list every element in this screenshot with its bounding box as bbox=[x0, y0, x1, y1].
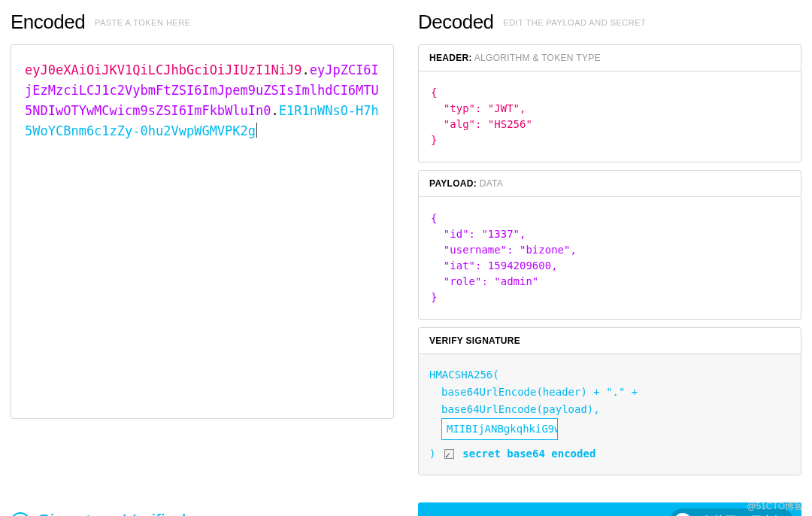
encoded-title: Encoded PASTE A TOKEN HERE bbox=[11, 11, 394, 34]
verify-line-2: base64UrlEncode(header) + "." + bbox=[429, 384, 790, 401]
payload-label-light: DATA bbox=[480, 178, 503, 189]
secret-base64-label: secret base64 encoded bbox=[462, 448, 595, 460]
decoded-column: Decoded EDIT THE PAYLOAD AND SECRET HEAD… bbox=[418, 11, 801, 475]
verify-box: VERIFY SIGNATURE HMACSHA256( base64UrlEn… bbox=[418, 327, 801, 475]
header-code-editor[interactable]: { "typ": "JWT", "alg": "HS256" } bbox=[419, 71, 801, 162]
decoded-title-text: Decoded bbox=[418, 11, 494, 33]
header-label: HEADER: ALGORITHM & TOKEN TYPE bbox=[419, 45, 801, 71]
payload-label-strong: PAYLOAD: bbox=[429, 178, 477, 189]
header-label-strong: HEADER: bbox=[429, 53, 472, 63]
payload-code-editor[interactable]: { "id": "1337", "username": "bizone", "i… bbox=[419, 197, 801, 319]
decoded-subtitle: EDIT THE PAYLOAD AND SECRET bbox=[503, 18, 646, 27]
payload-box: PAYLOAD: DATA { "id": "1337", "username"… bbox=[418, 170, 801, 320]
verify-close-paren: ) secret base64 encoded bbox=[429, 448, 595, 460]
main-columns: Encoded PASTE A TOKEN HERE eyJ0eXAiOiJKV… bbox=[0, 0, 812, 486]
header-label-light: ALGORITHM & TOKEN TYPE bbox=[474, 53, 601, 63]
check-circle-icon bbox=[11, 512, 30, 517]
secret-input[interactable]: MIIBIjANBgkqhkiG9w0BA bbox=[441, 418, 558, 440]
share-jwt-button[interactable]: SHARE JWT 全菜工程师小辉 bbox=[418, 502, 801, 516]
footer-row: Signature Verified SHARE JWT 全菜工程师小辉 bbox=[0, 502, 812, 516]
encoded-token-input[interactable]: eyJ0eXAiOiJKV1QiLCJhbGciOiJIUzI1NiJ9.eyJ… bbox=[11, 44, 394, 419]
token-header-segment: eyJ0eXAiOiJKV1QiLCJhbGciOiJIUzI1NiJ9 bbox=[25, 62, 301, 77]
secret-base64-checkbox[interactable] bbox=[444, 449, 454, 459]
verify-line-3: base64UrlEncode(payload), bbox=[429, 401, 790, 418]
encoded-subtitle: PASTE A TOKEN HERE bbox=[95, 18, 191, 27]
payload-label: PAYLOAD: DATA bbox=[419, 171, 801, 197]
token-dot: . bbox=[271, 103, 279, 118]
text-cursor bbox=[256, 123, 257, 138]
encoded-column: Encoded PASTE A TOKEN HERE eyJ0eXAiOiJKV… bbox=[11, 11, 394, 475]
header-box: HEADER: ALGORITHM & TOKEN TYPE { "typ": … bbox=[418, 44, 801, 162]
verify-label: VERIFY SIGNATURE bbox=[419, 328, 801, 354]
watermark-text: @51CTO博客 bbox=[747, 500, 803, 513]
token-dot: . bbox=[301, 62, 309, 77]
encoded-title-text: Encoded bbox=[11, 11, 85, 33]
verify-line-1: HMACSHA256( bbox=[429, 369, 499, 381]
signature-status: Signature Verified bbox=[11, 511, 394, 516]
decoded-title: Decoded EDIT THE PAYLOAD AND SECRET bbox=[418, 11, 801, 34]
verify-code: HMACSHA256( base64UrlEncode(header) + ".… bbox=[419, 354, 801, 475]
signature-status-text: Signature Verified bbox=[38, 511, 186, 516]
verify-label-strong: VERIFY SIGNATURE bbox=[429, 335, 520, 346]
wechat-icon bbox=[675, 513, 696, 517]
